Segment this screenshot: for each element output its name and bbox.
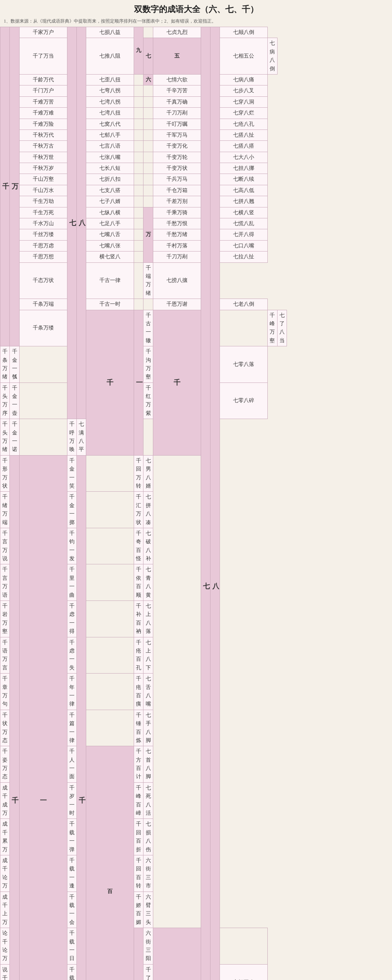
table-row: 千难万难 七湾八扭 千刀万剐 七穿八烂 bbox=[0, 108, 392, 119]
subtitle: 1、数据来源：从《现代成语辞典》中提取而来，按照定顺序排列在一张图表中；2、如有… bbox=[0, 18, 392, 27]
table-row: 千思万虑 七嘴八张 千村万落 七口八嘴 bbox=[0, 240, 392, 251]
table-row: 千山万壑 七折八扣 千兵万马 七断八续 bbox=[0, 174, 392, 185]
table-row: 千秋万世 七张八嘴 千变万轮 七大八小 bbox=[0, 152, 392, 163]
table-row: 千 万 千家万户 七 八 七损八益 九 七贞九烈 七 八 七颠八倒 bbox=[0, 27, 392, 38]
table-row: 千秋万古 七言八语 千变万化 七搭八搭 bbox=[0, 141, 392, 152]
table-row: 千形万状 千 一 千金一笑 千 千回万转 七男八婿 bbox=[0, 455, 392, 492]
table-row: 千龄万代 七歪八扭 六 七情六欲 七病八痛 bbox=[0, 74, 392, 85]
table-row: 千秋万岁 七长八短 千变万状 七担八挪 bbox=[0, 163, 392, 174]
table-row: 千生万劫 七子八婿 千差万别 七拼八翘 bbox=[0, 196, 392, 207]
page-title: 双数字的成语大全（六、七、千） bbox=[0, 0, 392, 18]
table-row: 千秋万代 七郁八手 千军万马 七搭八扯 bbox=[0, 129, 392, 140]
table-row: 千难万险 七窝八代 千叮万嘱 七疮八孔 bbox=[0, 119, 392, 129]
main-table: 千 万 千家万户 七 八 七损八益 九 七贞九烈 七 八 七颠八倒 千了万当 七… bbox=[0, 27, 392, 980]
table-row: 千态万状 千古一律 千端万绪 七捞八攘 bbox=[0, 262, 392, 299]
table-row: 千条万缕 千 一 千古一辙 千 千峰万壑 七了八当 bbox=[0, 310, 392, 346]
table-row: 千思万想 横七竖八 千刀万剐 七拉八扯 bbox=[0, 251, 392, 262]
table-row: 千生万死 七纵八横 万 千乘万骑 七横八竖 bbox=[0, 207, 392, 218]
table-row: 千水万山 七足八手 千愁万恨 七慌八乱 bbox=[0, 218, 392, 229]
table-row: 千条万端 千古一时 千恩万谢 七老八倒 bbox=[0, 299, 392, 310]
table-row: 千难万苦 七湾八拐 千真万确 七穿八洞 bbox=[0, 96, 392, 107]
table-row: 千山万水 七支八搭 千仓万箱 七高八低 bbox=[0, 185, 392, 196]
table-row: 千了万当 七推八阻 七 五 七相五公 七病八倒 bbox=[0, 38, 392, 75]
table-row: 千丝万缕 七嘴八舌 千愁万绪 七开八得 bbox=[0, 229, 392, 240]
table-row: 千门万户 七弯八拐 千辛万苦 七步八叉 bbox=[0, 86, 392, 96]
